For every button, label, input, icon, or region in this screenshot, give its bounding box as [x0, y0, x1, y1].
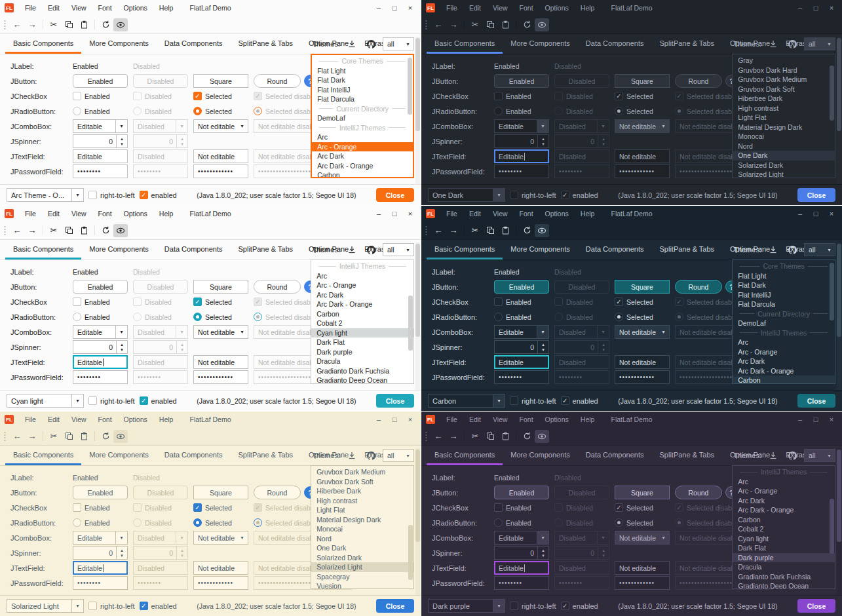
refresh-icon[interactable]	[98, 18, 113, 31]
passwordfield-not-editable[interactable]: ••••••••••••	[193, 164, 248, 178]
passwordfield[interactable]: ••••••••	[494, 576, 549, 590]
menu-file[interactable]: File	[440, 415, 463, 423]
theme-item[interactable]: Gruvbox Dark Soft	[733, 85, 835, 94]
themes-list-scrollbar-thumb[interactable]	[830, 263, 834, 320]
themes-filter-combo[interactable]: all▾	[804, 243, 835, 256]
textfield-editable[interactable]: Editable	[73, 149, 128, 163]
tab-more-components[interactable]: More Components	[503, 446, 578, 465]
menu-file[interactable]: File	[19, 210, 42, 218]
close-button[interactable]: Close	[797, 394, 835, 408]
forward-icon[interactable]: →	[446, 224, 461, 237]
minimize-button[interactable]: –	[792, 412, 808, 427]
theme-item[interactable]: Solarized Light	[311, 562, 413, 572]
tab-more-components[interactable]: More Components	[81, 34, 157, 54]
rtl-checkbox-group[interactable]: ✓right-to-left	[88, 191, 135, 199]
enabled-checkbox-group[interactable]: ✓enabled	[140, 602, 177, 610]
radio-enabled[interactable]	[494, 313, 503, 321]
menu-file[interactable]: File	[19, 415, 42, 423]
round-button[interactable]: Round	[675, 280, 722, 294]
tab-more-components[interactable]: More Components	[81, 446, 157, 465]
passwordfield[interactable]: ••••••••	[73, 576, 128, 590]
checkbox-enabled[interactable]: ✓	[73, 92, 81, 100]
github-icon[interactable]	[364, 243, 378, 256]
menu-font[interactable]: Font	[514, 210, 539, 218]
theme-item[interactable]: Gruvbox Dark Medium	[733, 75, 835, 85]
combobox-editable[interactable]: Editable▾	[73, 119, 128, 133]
menu-file[interactable]: File	[19, 4, 42, 12]
menu-edit[interactable]: Edit	[463, 415, 487, 423]
theme-item[interactable]: High contrast	[733, 104, 835, 113]
spinner[interactable]: 0▴▾	[73, 546, 128, 560]
cut-icon[interactable]: ✂	[47, 430, 61, 443]
theme-item[interactable]: Hiberbee Dark	[733, 94, 835, 104]
minimize-button[interactable]: –	[792, 0, 808, 16]
checkbox-selected[interactable]: ✓	[193, 503, 202, 512]
tab-data-components[interactable]: Data Components	[157, 446, 231, 465]
checkbox-enabled[interactable]: ✓	[494, 92, 503, 100]
theme-item[interactable]: Solarized Dark	[311, 553, 413, 563]
theme-item[interactable]: Cobalt 2	[311, 318, 413, 328]
theme-item[interactable]: Arc - Orange	[311, 280, 413, 290]
tab-splitpane-tabs[interactable]: SplitPane & Tabs	[652, 240, 723, 260]
theme-item[interactable]: Arc Dark	[312, 151, 413, 161]
themes-list[interactable]: Core ThemesFlat LightFlat DarkFlat Intel…	[311, 54, 414, 178]
menu-options[interactable]: Options	[539, 415, 575, 423]
themes-list-scrollbar-thumb[interactable]	[408, 296, 413, 351]
theme-item[interactable]: Spacegray	[311, 572, 413, 582]
menu-edit[interactable]: Edit	[463, 4, 487, 12]
radio-enabled[interactable]	[494, 107, 503, 115]
themes-list-scrollbar[interactable]	[830, 56, 834, 176]
theme-item[interactable]: Dark Flat	[733, 543, 835, 553]
tab-splitpane-tabs[interactable]: SplitPane & Tabs	[231, 446, 301, 465]
copy-icon[interactable]	[62, 224, 76, 237]
theme-item[interactable]: Dark Flat	[311, 337, 413, 347]
tab-data-components[interactable]: Data Components	[157, 34, 231, 54]
radio-selected[interactable]	[193, 518, 202, 527]
close-window-button[interactable]: ×	[824, 412, 839, 427]
close-button[interactable]: Close	[797, 188, 835, 202]
cut-icon[interactable]: ✂	[47, 224, 61, 237]
rtl-checkbox[interactable]: ✓	[510, 396, 518, 405]
rtl-checkbox[interactable]: ✓	[88, 602, 97, 610]
spinner[interactable]: 0▴▾	[73, 340, 128, 354]
rtl-checkbox-group[interactable]: ✓right-to-left	[88, 396, 135, 405]
maximize-button[interactable]: □	[808, 206, 824, 221]
combobox-not-editable[interactable]: Not editable▾	[193, 531, 248, 545]
combobox-not-editable[interactable]: Not editable▾	[193, 119, 248, 133]
download-icon[interactable]	[345, 243, 359, 256]
minimize-button[interactable]: –	[792, 206, 808, 221]
enabled-checkbox[interactable]: ✓	[140, 191, 148, 199]
theme-item[interactable]: Carbon	[311, 309, 413, 319]
github-icon[interactable]	[364, 449, 378, 462]
themes-list-scrollbar[interactable]	[830, 467, 834, 587]
square-button[interactable]: Square	[615, 486, 670, 499]
passwordfield-not-editable[interactable]: ••••••••••••	[615, 370, 670, 384]
theme-item[interactable]: Cyan light	[311, 328, 413, 338]
checkbox-selected[interactable]: ✓	[193, 298, 202, 306]
eye-toggle-icon[interactable]	[535, 224, 549, 237]
themes-list-scrollbar[interactable]	[408, 56, 412, 176]
square-button[interactable]: Square	[615, 280, 670, 294]
theme-item[interactable]: Arc	[733, 337, 835, 347]
passwordfield[interactable]: ••••••••	[73, 370, 128, 384]
menu-font[interactable]: Font	[92, 4, 118, 12]
maximize-button[interactable]: □	[387, 0, 402, 16]
theme-item[interactable]: Light Flat	[733, 113, 835, 123]
minimize-button[interactable]: –	[371, 206, 387, 221]
copy-icon[interactable]	[483, 18, 497, 31]
theme-item[interactable]: Dark purple	[311, 347, 413, 357]
close-window-button[interactable]: ×	[824, 206, 839, 221]
menu-file[interactable]: File	[440, 210, 463, 218]
menu-help[interactable]: Help	[575, 4, 601, 12]
theme-item[interactable]: Gruvbox Dark Hard	[733, 66, 835, 75]
passwordfield-not-editable[interactable]: ••••••••••••	[615, 576, 670, 590]
rtl-checkbox[interactable]: ✓	[510, 602, 518, 610]
minimize-button[interactable]: –	[371, 412, 387, 427]
theme-item[interactable]: Carbon	[312, 170, 413, 178]
theme-item[interactable]: DemoLaf	[312, 113, 413, 123]
passwordfield-not-editable[interactable]: ••••••••••••	[615, 164, 670, 178]
textfield-not-editable[interactable]: Not editable	[615, 561, 670, 575]
passwordfield-not-editable[interactable]: ••••••••••••	[193, 370, 248, 384]
eye-toggle-icon[interactable]	[113, 224, 128, 237]
themes-list-scrollbar-thumb[interactable]	[830, 499, 834, 554]
